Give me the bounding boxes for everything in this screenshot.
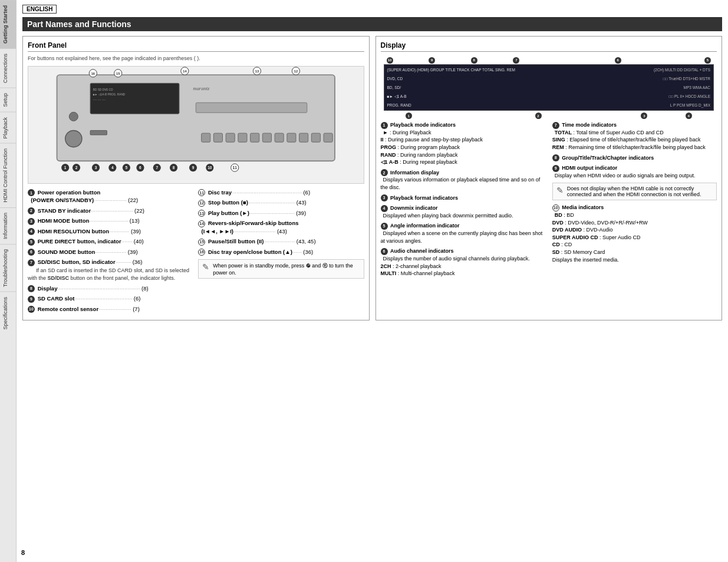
device-diagram: BD SD DVD CD ■► ◁1A-B PROG. RAND ---- --… <box>28 67 364 183</box>
svg-text:12: 12 <box>294 70 298 73</box>
display-screen: (SUPER AUDIO) (HDMI) GROUP TITLE TRACK C… <box>384 64 714 111</box>
pencil-icon: ✎ <box>202 262 209 272</box>
svg-text:1: 1 <box>64 166 67 170</box>
svg-text:16: 16 <box>91 72 95 75</box>
button-item-14: 14 Revers-skip/Forward-skip buttons (I◄◄… <box>198 219 364 235</box>
sidebar-tab-troubleshooting[interactable]: Troubleshooting <box>0 244 16 292</box>
hdmi-note-text: Does not display when the HDMI cable is … <box>567 186 713 197</box>
svg-rect-17 <box>299 133 308 142</box>
button-item-15: 15 Pause/Still button (II)··············… <box>198 237 364 245</box>
desc-item-1: 1 Playback mode indicators ► : During Pl… <box>381 121 545 166</box>
pencil-icon-2: ✎ <box>556 186 564 195</box>
svg-rect-9 <box>202 133 210 142</box>
button-num-13: 13 <box>198 210 205 217</box>
button-item-5: 5 PURE DIRECT button, indicator······· (… <box>28 237 193 245</box>
front-panel-title: Front Panel <box>28 41 364 52</box>
button-item-2: 2 STAND BY indicator····················… <box>28 207 193 214</box>
front-panel-section: Front Panel For buttons not explained he… <box>22 36 370 320</box>
desc-num-9: 9 <box>552 165 559 172</box>
svg-rect-12 <box>238 133 247 142</box>
button-item-3: 3 HDMI MODE button······················… <box>28 217 193 224</box>
button-item-13: 13 Play button (►)······················… <box>198 209 364 217</box>
sidebar-tab-specifications[interactable]: Specifications <box>0 292 16 335</box>
callout-10: 10 <box>387 55 393 64</box>
svg-rect-20 <box>90 130 107 135</box>
svg-point-8 <box>69 112 78 121</box>
svg-text:13: 13 <box>255 70 259 73</box>
display-diagram-wrapper: 10 9 8 7 6 5 (SUPER AUDIO) (HDMI) GROUP … <box>381 55 717 119</box>
display-section: Display 10 9 8 7 6 5 (SUPER AUDIO) <box>375 36 723 320</box>
svg-text:---- ---- ----: ---- ---- ---- <box>93 98 106 101</box>
callout-1: 1 <box>406 111 412 120</box>
sidebar: Getting Started Connections Setup Playba… <box>0 0 17 562</box>
button-item-12: 12 Stop button (■)······················… <box>198 199 364 206</box>
desc-item-9: 9 HDMI output indicator Display when HDM… <box>552 164 717 179</box>
svg-text:marantz: marantz <box>193 85 210 91</box>
svg-text:14: 14 <box>183 70 187 73</box>
button-item-6: 6 SOUND MODE button···················· … <box>28 248 193 256</box>
button-num-9: 9 <box>28 296 35 303</box>
button-item-4: 4 HDMI RESOLUTION button············· (3… <box>28 227 193 235</box>
button-num-15: 15 <box>198 239 205 246</box>
desc-num-8: 8 <box>552 154 559 161</box>
sidebar-tab-connections[interactable]: Connections <box>0 48 16 88</box>
svg-rect-18 <box>311 133 320 142</box>
button-descriptions: 1 Power operation button (POWER ON/STAND… <box>28 189 364 315</box>
svg-rect-19 <box>324 133 332 142</box>
button-num-8: 8 <box>28 285 35 292</box>
svg-text:9: 9 <box>192 166 195 170</box>
sidebar-tab-hdmi[interactable]: HDMI Control Function <box>0 143 16 207</box>
desc-item-10: 10 Media indicators BD : BD DVD : DVD-Vi… <box>552 204 717 263</box>
button-num-2: 2 <box>28 207 35 214</box>
sidebar-tab-information[interactable]: Information <box>0 207 16 244</box>
desc-num-7: 7 <box>552 122 559 129</box>
buttons-col-right: 11 Disc tray····························… <box>198 189 364 315</box>
desc-item-2: 2 Information display Displays various i… <box>381 169 545 191</box>
callout-5: 5 <box>704 55 711 64</box>
button-num-3: 3 <box>28 218 35 225</box>
svg-text:5: 5 <box>126 166 128 170</box>
button-num-4: 4 <box>28 228 35 235</box>
desc-item-8: 8 Group/Title/Track/Chapter indicators <box>552 154 717 162</box>
svg-text:3: 3 <box>95 166 97 170</box>
desc-num-1: 1 <box>381 122 388 129</box>
svg-text:6: 6 <box>139 166 141 170</box>
page-number: 8 <box>21 549 25 556</box>
front-panel-image: BD SD DVD CD ■► ◁1A-B PROG. RAND ---- --… <box>28 66 364 184</box>
desc-num-4: 4 <box>381 205 388 212</box>
desc-item-4: 4 Downmix indicator Displayed when playi… <box>381 204 545 219</box>
sidebar-tab-getting-started[interactable]: Getting Started <box>0 0 16 48</box>
callout-7: 7 <box>513 55 519 64</box>
display-desc-left: 1 Playback mode indicators ► : During Pl… <box>381 121 545 280</box>
desc-num-10: 10 <box>552 204 559 211</box>
callout-8: 8 <box>471 55 477 64</box>
svg-text:BD SD  DVD CD: BD SD DVD CD <box>93 88 113 91</box>
button-item-7: 7 SD/DISC button, SD indicator··········… <box>28 258 193 282</box>
svg-rect-13 <box>251 133 259 142</box>
svg-text:2: 2 <box>75 166 78 170</box>
svg-text:8: 8 <box>173 166 175 170</box>
button-num-7: 7 <box>28 259 35 266</box>
svg-text:15: 15 <box>116 72 120 75</box>
svg-text:11: 11 <box>233 166 238 170</box>
button-num-1: 1 <box>28 189 35 196</box>
svg-text:10: 10 <box>207 166 212 170</box>
callout-9: 9 <box>429 55 435 64</box>
svg-text:7: 7 <box>156 166 158 170</box>
button-item-9: 9 SD CARD slot··························… <box>28 295 193 302</box>
sidebar-tab-playback[interactable]: Playback <box>0 112 16 144</box>
button-num-5: 5 <box>28 239 35 246</box>
svg-rect-6 <box>196 103 307 113</box>
svg-rect-10 <box>213 133 222 142</box>
button-item-10: 10 Remote control sensor················… <box>28 305 193 313</box>
desc-num-2: 2 <box>381 169 388 176</box>
desc-item-5: 5 Angle information indicator Displayed … <box>381 222 545 244</box>
section-title: Part Names and Functions <box>22 17 722 31</box>
lang-badge: ENGLISH <box>22 5 57 14</box>
buttons-col-left: 1 Power operation button (POWER ON/STAND… <box>28 189 193 315</box>
button-num-6: 6 <box>28 249 35 256</box>
callout-2: 2 <box>535 111 542 120</box>
callout-3: 3 <box>641 111 647 120</box>
sidebar-tab-setup[interactable]: Setup <box>0 88 16 112</box>
button-num-16: 16 <box>198 249 205 256</box>
